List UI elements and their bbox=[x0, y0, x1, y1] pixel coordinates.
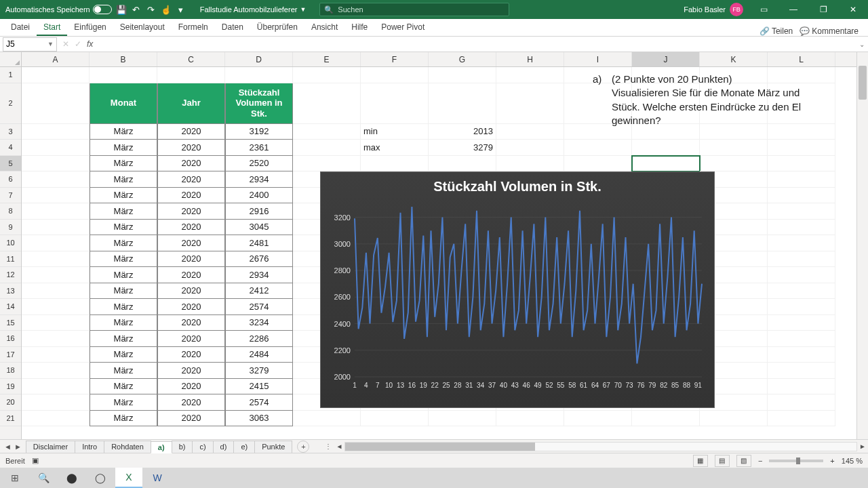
ribbon-tab-power pivot[interactable]: Power Pivot bbox=[374, 20, 431, 36]
cell-H5[interactable] bbox=[496, 156, 564, 172]
view-layout-icon[interactable]: ▤ bbox=[715, 455, 730, 467]
taskbar-word-icon[interactable]: W bbox=[144, 468, 171, 488]
cell-H21[interactable] bbox=[496, 411, 564, 427]
cell-E1[interactable] bbox=[293, 67, 361, 83]
taskbar-app-icon[interactable]: ⬤ bbox=[58, 468, 85, 488]
chart[interactable]: Stückzahl Volumen in Stk. 20002200240026… bbox=[320, 171, 715, 408]
start-button[interactable]: ⊞ bbox=[1, 468, 28, 488]
cell-A20[interactable] bbox=[22, 394, 90, 411]
cell-A14[interactable] bbox=[22, 299, 90, 315]
ribbon-tab-seitenlayout[interactable]: Seitenlayout bbox=[113, 20, 172, 36]
maximize-icon[interactable]: ❐ bbox=[808, 0, 838, 19]
cell-L20[interactable] bbox=[768, 394, 835, 411]
cell-H2[interactable] bbox=[496, 83, 564, 124]
cell-A12[interactable] bbox=[22, 267, 90, 283]
taskbar-search-icon[interactable]: 🔍 bbox=[30, 468, 57, 488]
cell-B5[interactable]: März bbox=[90, 156, 157, 172]
column-header-A[interactable]: A bbox=[22, 52, 90, 66]
search-box[interactable]: 🔍 Suchen bbox=[319, 3, 509, 16]
cell-D18[interactable]: 3279 bbox=[225, 363, 293, 379]
cell-C1[interactable] bbox=[157, 67, 225, 83]
cell-B1[interactable] bbox=[90, 67, 157, 83]
row-header-8[interactable]: 8 bbox=[0, 203, 21, 220]
row-header-3[interactable]: 3 bbox=[0, 124, 21, 140]
cell-C3[interactable]: 2020 bbox=[157, 124, 225, 140]
cell-B9[interactable]: März bbox=[90, 220, 157, 236]
sheet-tab-Intro[interactable]: Intro bbox=[75, 441, 104, 453]
select-all-corner[interactable] bbox=[0, 52, 21, 67]
cell-D15[interactable]: 3234 bbox=[225, 315, 293, 331]
zoom-out-icon[interactable]: − bbox=[758, 457, 762, 465]
formula-input[interactable] bbox=[98, 37, 856, 52]
column-header-H[interactable]: H bbox=[496, 52, 564, 66]
cell-E5[interactable] bbox=[293, 156, 361, 172]
column-header-L[interactable]: L bbox=[768, 52, 835, 66]
cell-A19[interactable] bbox=[22, 379, 90, 395]
cell-D3[interactable]: 3192 bbox=[225, 124, 293, 140]
cell-A2[interactable] bbox=[22, 83, 90, 124]
cell-B12[interactable]: März bbox=[90, 267, 157, 283]
row-header-10[interactable]: 10 bbox=[0, 235, 21, 251]
document-name[interactable]: Fallstudie Automobilzulieferer ▼ bbox=[200, 5, 307, 14]
cell-A9[interactable] bbox=[22, 220, 90, 236]
cell-D14[interactable]: 2574 bbox=[225, 299, 293, 315]
column-header-B[interactable]: B bbox=[90, 52, 157, 66]
cell-D17[interactable]: 2484 bbox=[225, 347, 293, 363]
cell-D20[interactable]: 2574 bbox=[225, 394, 293, 411]
cell-B14[interactable]: März bbox=[90, 299, 157, 315]
cell-A5[interactable] bbox=[22, 156, 90, 172]
cell-L19[interactable] bbox=[768, 379, 835, 395]
cell-G5[interactable] bbox=[429, 156, 496, 172]
view-normal-icon[interactable]: ▦ bbox=[693, 455, 708, 467]
cell-A4[interactable] bbox=[22, 140, 90, 156]
cell-B2[interactable]: Monat bbox=[90, 83, 157, 124]
cell-B3[interactable]: März bbox=[90, 124, 157, 140]
column-header-E[interactable]: E bbox=[293, 52, 361, 66]
close-icon[interactable]: ✕ bbox=[838, 0, 868, 19]
cell-D7[interactable]: 2400 bbox=[225, 188, 293, 204]
row-header-5[interactable]: 5 bbox=[0, 156, 21, 172]
cell-B19[interactable]: März bbox=[90, 379, 157, 395]
cancel-formula-icon[interactable]: ✕ bbox=[62, 39, 69, 49]
cell-B13[interactable]: März bbox=[90, 283, 157, 300]
cell-C17[interactable]: 2020 bbox=[157, 347, 225, 363]
add-sheet-button[interactable]: + bbox=[297, 441, 309, 453]
row-header-19[interactable]: 19 bbox=[0, 379, 21, 395]
cell-D6[interactable]: 2934 bbox=[225, 171, 293, 188]
cell-L7[interactable] bbox=[768, 188, 835, 204]
cell-L10[interactable] bbox=[768, 235, 835, 251]
cell-G3[interactable]: 2013 bbox=[429, 124, 496, 140]
cell-H3[interactable] bbox=[496, 124, 564, 140]
cell-C20[interactable]: 2020 bbox=[157, 394, 225, 411]
cell-C14[interactable]: 2020 bbox=[157, 299, 225, 315]
cell-L18[interactable] bbox=[768, 363, 835, 379]
sheet-tab-Punkte[interactable]: Punkte bbox=[254, 441, 292, 453]
cell-E21[interactable] bbox=[293, 411, 361, 427]
cell-D21[interactable]: 3063 bbox=[225, 411, 293, 427]
row-header-15[interactable]: 15 bbox=[0, 315, 21, 331]
qat-more-icon[interactable]: ▾ bbox=[176, 4, 186, 15]
cell-L5[interactable] bbox=[768, 156, 835, 172]
column-header-D[interactable]: D bbox=[225, 52, 293, 66]
ribbon-tab-überprüfen[interactable]: Überprüfen bbox=[250, 20, 304, 36]
view-break-icon[interactable]: ▧ bbox=[736, 455, 751, 467]
cell-C5[interactable]: 2020 bbox=[157, 156, 225, 172]
row-header-14[interactable]: 14 bbox=[0, 299, 21, 315]
cell-A16[interactable] bbox=[22, 331, 90, 347]
cell-A11[interactable] bbox=[22, 251, 90, 268]
cell-C6[interactable]: 2020 bbox=[157, 171, 225, 188]
cell-J5[interactable] bbox=[632, 156, 700, 172]
cell-L8[interactable] bbox=[768, 203, 835, 220]
cell-L16[interactable] bbox=[768, 331, 835, 347]
cell-H1[interactable] bbox=[496, 67, 564, 83]
cell-F21[interactable] bbox=[361, 411, 429, 427]
share-button[interactable]: 🔗 Teilen bbox=[760, 26, 793, 36]
minimize-icon[interactable]: — bbox=[778, 0, 808, 19]
cell-B7[interactable]: März bbox=[90, 188, 157, 204]
ribbon-tab-datei[interactable]: Datei bbox=[4, 20, 37, 36]
cell-C10[interactable]: 2020 bbox=[157, 235, 225, 251]
cell-B15[interactable]: März bbox=[90, 315, 157, 331]
cell-A3[interactable] bbox=[22, 124, 90, 140]
column-header-C[interactable]: C bbox=[157, 52, 225, 66]
save-icon[interactable]: 💾 bbox=[116, 4, 127, 15]
